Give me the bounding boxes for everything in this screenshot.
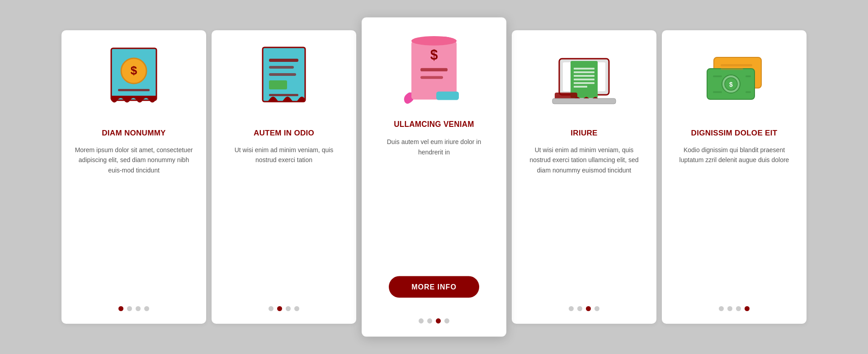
card-3-title: ULLAMCING VENIAM [394, 120, 474, 129]
dot-4-1 [569, 306, 574, 311]
svg-text:$: $ [729, 81, 733, 88]
card-1-text: Morem ipsum dolor sit amet, consectetuer… [74, 145, 193, 297]
card-3-dots [419, 309, 449, 323]
dot-1-4 [144, 306, 149, 311]
svg-rect-21 [574, 68, 594, 70]
dot-1-3 [136, 306, 141, 311]
svg-rect-40 [745, 75, 751, 77]
card-5-title: DIGNISSIM DOLOE EIT [691, 129, 778, 138]
dot-5-4 [745, 306, 750, 311]
svg-rect-25 [574, 82, 594, 84]
card-2-dots [269, 297, 299, 311]
svg-rect-15 [420, 68, 448, 71]
dot-2-3 [286, 306, 291, 311]
dot-4-3 [586, 306, 591, 311]
svg-rect-39 [713, 91, 722, 93]
card-5: $ DIGNISSIM DOLOE EIT Kodio dignissim qu… [662, 30, 807, 324]
card-4-dots [569, 297, 599, 311]
more-info-button[interactable]: MORE INFO [389, 276, 479, 298]
receipt-dollar-icon: $ [98, 44, 170, 116]
svg-rect-22 [574, 71, 594, 73]
card-1-dots [118, 297, 149, 311]
svg-rect-23 [574, 75, 594, 77]
card-4-text: Ut wisi enim ad minim veniam, quis nostr… [524, 145, 644, 297]
svg-text:$: $ [430, 47, 438, 62]
card-2-title: AUTEM IN ODIO [254, 129, 314, 138]
svg-rect-10 [269, 80, 287, 89]
card-1-title: DIAM NONUMMY [102, 129, 165, 138]
card-5-dots [719, 297, 750, 311]
card-2-text: Ut wisi enim ad minim veniam, quis nostr… [224, 145, 344, 297]
receipt-lines-icon [248, 44, 320, 116]
dot-2-4 [294, 306, 299, 311]
card-3: $ ULLAMCING VENIAM Duis autem vel eum ir… [362, 17, 506, 336]
card-2: AUTEM IN ODIO Ut wisi enim ad minim veni… [212, 30, 356, 324]
cards-container: $ DIAM NONUMMY Morem ipsum dolor sit ame… [34, 5, 834, 349]
svg-rect-9 [269, 73, 296, 76]
svg-rect-37 [721, 68, 743, 70]
dot-3-4 [444, 318, 449, 323]
card-4: IRIURE Ut wisi enim ad minim veniam, qui… [512, 30, 656, 324]
card-5-text: Kodio dignissim qui blandit praesent lup… [675, 145, 794, 297]
dot-4-4 [594, 306, 599, 311]
svg-rect-11 [269, 94, 298, 96]
dot-5-1 [719, 306, 724, 311]
svg-rect-7 [269, 59, 298, 62]
dot-3-2 [427, 318, 432, 323]
svg-rect-28 [552, 98, 616, 104]
svg-rect-17 [436, 92, 459, 100]
dot-4-2 [577, 306, 582, 311]
money-bills-icon: $ [698, 44, 770, 116]
scroll-dollar-icon: $ [398, 32, 470, 107]
svg-text:$: $ [131, 64, 137, 77]
dot-1-2 [127, 306, 132, 311]
laptop-receipt-icon [548, 44, 620, 116]
svg-rect-41 [745, 91, 751, 93]
card-4-title: IRIURE [571, 129, 597, 138]
svg-rect-26 [574, 86, 587, 88]
svg-rect-38 [713, 75, 722, 77]
dot-2-1 [269, 306, 274, 311]
svg-point-13 [411, 36, 457, 46]
dot-2-2 [277, 306, 282, 311]
card-3-text: Duis autem vel eum iriure dolor in hendr… [374, 137, 494, 268]
svg-rect-8 [269, 66, 294, 69]
svg-rect-3 [118, 89, 150, 91]
dot-1-1 [118, 306, 123, 311]
svg-rect-16 [420, 76, 443, 79]
svg-rect-24 [574, 79, 594, 80]
card-1: $ DIAM NONUMMY Morem ipsum dolor sit ame… [61, 30, 206, 324]
dot-3-3 [436, 318, 441, 323]
dot-5-3 [736, 306, 741, 311]
dot-5-2 [727, 306, 732, 311]
svg-rect-36 [721, 64, 752, 66]
dot-3-1 [419, 318, 424, 323]
